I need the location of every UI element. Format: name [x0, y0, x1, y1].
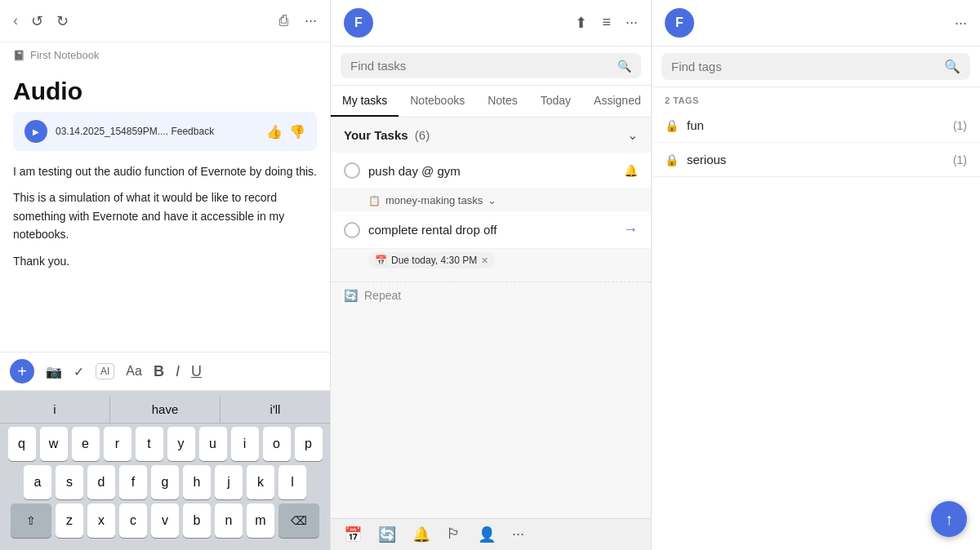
- middle-header-icons: ⬆ ≡ ···: [575, 14, 638, 32]
- key-f[interactable]: f: [119, 465, 147, 499]
- key-u[interactable]: u: [199, 427, 227, 461]
- fab-button[interactable]: ↑: [931, 501, 967, 537]
- key-w[interactable]: w: [40, 427, 68, 461]
- due-date-chip: 📅 Due today, 4:30 PM ✕: [368, 252, 495, 268]
- key-r[interactable]: r: [104, 427, 131, 461]
- key-h[interactable]: h: [183, 465, 211, 499]
- key-t[interactable]: t: [136, 427, 163, 461]
- key-i[interactable]: i: [231, 427, 259, 461]
- key-e[interactable]: e: [72, 427, 100, 461]
- key-backspace[interactable]: ⌫: [278, 503, 319, 538]
- back-icon[interactable]: ‹: [13, 12, 18, 29]
- action-calendar-icon[interactable]: 📅: [344, 526, 362, 543]
- thumbs-down-icon[interactable]: 👎: [289, 124, 305, 140]
- tab-today[interactable]: Today: [529, 86, 582, 117]
- tab-assigned[interactable]: Assigned: [582, 86, 651, 117]
- filter-icon[interactable]: ⬆: [575, 14, 587, 32]
- tags-search-input[interactable]: [671, 60, 938, 73]
- suggestion-1[interactable]: i: [0, 396, 110, 423]
- notebook-icon: 📓: [13, 50, 25, 61]
- tag-item-serious[interactable]: 🔒 serious (1): [652, 143, 980, 177]
- key-p[interactable]: p: [295, 427, 323, 461]
- right-header-icons: ···: [955, 15, 967, 32]
- task-arrow-icon[interactable]: →: [623, 221, 638, 238]
- play-button[interactable]: ▶: [24, 120, 47, 143]
- font-button[interactable]: Aa: [126, 364, 142, 379]
- task-edit-input[interactable]: [368, 223, 615, 237]
- keyboard-suggestions: i have i'll: [0, 396, 330, 424]
- key-d[interactable]: d: [87, 465, 115, 499]
- key-b[interactable]: b: [183, 503, 211, 538]
- key-m[interactable]: m: [247, 503, 274, 538]
- key-s[interactable]: s: [56, 465, 83, 499]
- key-y[interactable]: y: [167, 427, 195, 461]
- note-text: I am testing out the audio function of E…: [13, 162, 317, 270]
- thumbs-up-icon[interactable]: 👍: [266, 124, 283, 140]
- repeat-icon: 🔄: [344, 289, 358, 302]
- task-action-icons: 📅 🔄 🔔 🏳 👤 ···: [344, 526, 524, 543]
- right-search-wrap[interactable]: 🔍: [662, 53, 970, 80]
- share-icon[interactable]: ⎙: [279, 12, 288, 29]
- notebook-dropdown-icon[interactable]: ⌄: [488, 194, 497, 206]
- search-input-wrap[interactable]: 🔍: [341, 53, 641, 78]
- left-panel: ‹ ↺ ↻ ⎙ ··· 📓 First Notebook Audio ▶ 03.…: [0, 0, 331, 550]
- key-q[interactable]: q: [8, 427, 36, 461]
- right-more-icon[interactable]: ···: [955, 15, 967, 32]
- redo-icon[interactable]: ↻: [56, 12, 69, 30]
- key-l[interactable]: l: [278, 465, 306, 499]
- ai-button[interactable]: AI: [96, 363, 114, 379]
- italic-button[interactable]: I: [176, 363, 180, 380]
- tab-my-tasks[interactable]: My tasks: [331, 86, 399, 117]
- task-checkbox-2[interactable]: [344, 222, 360, 238]
- key-a[interactable]: a: [24, 465, 51, 499]
- tag-item-fun[interactable]: 🔒 fun (1): [652, 109, 980, 143]
- more-icon[interactable]: ···: [305, 12, 317, 29]
- search-input[interactable]: [350, 59, 611, 73]
- due-date-remove[interactable]: ✕: [481, 255, 488, 266]
- right-avatar[interactable]: F: [665, 8, 694, 38]
- more-options-icon[interactable]: ···: [626, 14, 638, 32]
- collapse-icon[interactable]: ⌄: [627, 127, 638, 143]
- key-z[interactable]: z: [56, 503, 83, 538]
- middle-avatar[interactable]: F: [344, 8, 373, 38]
- bold-button[interactable]: B: [154, 363, 164, 380]
- key-c[interactable]: c: [119, 503, 147, 538]
- tab-notebooks[interactable]: Notebooks: [399, 86, 476, 117]
- action-flag-icon[interactable]: 🏳: [447, 526, 461, 543]
- right-panel: F ··· 🔍 2 TAGS 🔒 fun (1) 🔒 serious (1): [652, 0, 980, 550]
- action-repeat-icon[interactable]: 🔄: [378, 526, 396, 543]
- key-v[interactable]: v: [151, 503, 179, 538]
- undo-icon[interactable]: ↺: [31, 12, 43, 30]
- key-g[interactable]: g: [151, 465, 179, 499]
- audio-card[interactable]: ▶ 03.14.2025_154859PM.... Feedback 👍 👎: [13, 112, 317, 151]
- notebook-ref: 📋 money-making tasks ⌄: [331, 189, 651, 211]
- editor-toolbar: + 📷 ✓ AI Aa B I U: [0, 352, 330, 391]
- action-more-icon[interactable]: ···: [512, 526, 524, 543]
- key-k[interactable]: k: [247, 465, 274, 499]
- key-n[interactable]: n: [215, 503, 243, 538]
- sort-icon[interactable]: ≡: [602, 14, 611, 32]
- key-o[interactable]: o: [263, 427, 291, 461]
- key-x[interactable]: x: [87, 503, 115, 538]
- right-search-icon: 🔍: [944, 59, 960, 74]
- key-shift[interactable]: ⇧: [11, 503, 51, 538]
- audio-filename: 03.14.2025_154859PM.... Feedback: [56, 126, 258, 137]
- task-checkbox-1[interactable]: [344, 162, 360, 179]
- suggestion-2[interactable]: have: [110, 396, 220, 423]
- checklist-button[interactable]: ✓: [74, 364, 84, 379]
- action-reminder-icon[interactable]: 🔔: [412, 526, 430, 543]
- repeat-label[interactable]: Repeat: [364, 289, 401, 302]
- suggestion-3[interactable]: i'll: [220, 396, 330, 423]
- key-j[interactable]: j: [215, 465, 243, 499]
- bell-icon[interactable]: 🔔: [624, 164, 638, 177]
- due-date-row: 📅 Due today, 4:30 PM ✕: [331, 249, 651, 282]
- underline-button[interactable]: U: [191, 363, 202, 380]
- left-toolbar: ‹ ↺ ↻ ⎙ ···: [0, 0, 330, 42]
- tab-notes[interactable]: Notes: [476, 86, 529, 117]
- add-button[interactable]: +: [10, 359, 34, 384]
- calendar-icon: 📅: [375, 255, 387, 266]
- camera-button[interactable]: 📷: [46, 364, 62, 379]
- tags-label: 2 TAGS: [652, 87, 980, 109]
- right-panel-wrap: F ··· 🔍 2 TAGS 🔒 fun (1) 🔒 serious (1): [652, 0, 980, 550]
- action-person-icon[interactable]: 👤: [478, 526, 496, 543]
